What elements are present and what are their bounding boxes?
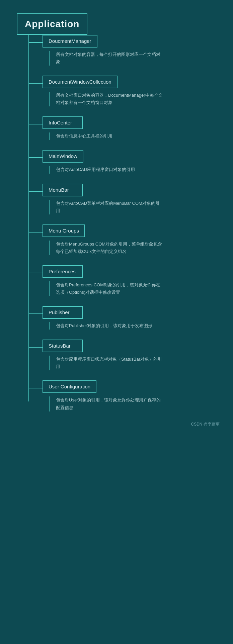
node-label-menu-bar: MenuBar [49,187,69,193]
node-label-document-window-collection: DocumentWindowCollection [49,79,111,85]
tree-body: DoucmentManager所有文档对象的容器，每个打开的图形对应一个文档对象… [28,35,223,411]
node-box-menu-bar: MenuBar [43,184,83,196]
node-desc-menu-bar: 包含对AutoCAD菜单栏对应的MenuBar COM对象的引用 [49,200,163,214]
branch-main-window: MainWindow包含对AutoCAD应用程序窗口对象的引用 [29,150,223,173]
node-label-menu-groups: Menu Groups [49,228,79,234]
node-label-main-window: MainWindow [49,153,77,159]
branch-status-bar: StatusBar包含对应用程序窗口状态栏对象（StatusBar对象）的引用 [29,340,223,370]
node-label-status-bar: StatusBar [49,343,71,349]
branch-user-configuration: User Configuration包含对User对象的引用，该对象允许你处理用… [29,380,223,411]
node-box-document-manager: DoucmentManager [43,35,97,48]
node-box-user-configuration: User Configuration [43,380,96,393]
node-label-user-configuration: User Configuration [49,384,90,389]
node-label-preferences: Preferences [49,269,76,274]
branch-info-center: InfoCenter包含对信息中心工具栏的引用 [29,116,223,140]
node-label-publisher: Publisher [49,309,70,315]
node-label-document-manager: DoucmentManager [49,38,91,44]
node-box-main-window: MainWindow [43,150,83,163]
branch-publisher: Publisher包含对Publisher对象的引用，该对象用于发布图形 [29,306,223,330]
node-box-preferences: Preferences [43,265,83,278]
node-box-menu-groups: Menu Groups [43,224,85,237]
branch-menu-bar: MenuBar包含对AutoCAD菜单栏对应的MenuBar COM对象的引用 [29,184,223,214]
diagram-container: Application DoucmentManager所有文档对象的容器，每个打… [0,0,233,447]
node-box-info-center: InfoCenter [43,116,83,129]
node-box-status-bar: StatusBar [43,340,83,352]
branch-document-manager: DoucmentManager所有文档对象的容器，每个打开的图形对应一个文档对象 [29,35,223,66]
node-desc-user-configuration: 包含对User对象的引用，该对象允许你处理用户保存的配置信息 [49,396,163,411]
node-label-info-center: InfoCenter [49,120,72,125]
tree: DoucmentManager所有文档对象的容器，每个打开的图形对应一个文档对象… [28,35,223,411]
node-box-document-window-collection: DocumentWindowCollection [43,76,118,88]
node-desc-main-window: 包含对AutoCAD应用程序窗口对象的引用 [49,166,163,173]
node-desc-document-window-collection: 所有文档窗口对象的容器，DocumentManager中每个文档对象都有一个文档… [49,92,163,106]
branch-menu-groups: Menu Groups包含对MenuGroups COM对象的引用，菜单组对象包… [29,224,223,255]
watermark: CSDN @李建军 [10,422,223,427]
node-desc-preferences: 包含对Preferences COM对象的引用，该对象允许你在选项（Option… [49,281,163,296]
root-label: Application [25,19,79,29]
node-desc-info-center: 包含对信息中心工具栏的引用 [49,132,163,140]
branch-preferences: Preferences包含对Preferences COM对象的引用，该对象允许… [29,265,223,296]
node-desc-menu-groups: 包含对MenuGroups COM对象的引用，菜单组对象包含每个已经加载CUIx… [49,241,163,255]
branch-document-window-collection: DocumentWindowCollection所有文档窗口对象的容器，Docu… [29,76,223,106]
node-desc-status-bar: 包含对应用程序窗口状态栏对象（StatusBar对象）的引用 [49,356,163,370]
node-desc-document-manager: 所有文档对象的容器，每个打开的图形对应一个文档对象 [49,51,163,66]
root-node: Application [17,13,87,35]
node-box-publisher: Publisher [43,306,83,319]
node-desc-publisher: 包含对Publisher对象的引用，该对象用于发布图形 [49,322,163,330]
